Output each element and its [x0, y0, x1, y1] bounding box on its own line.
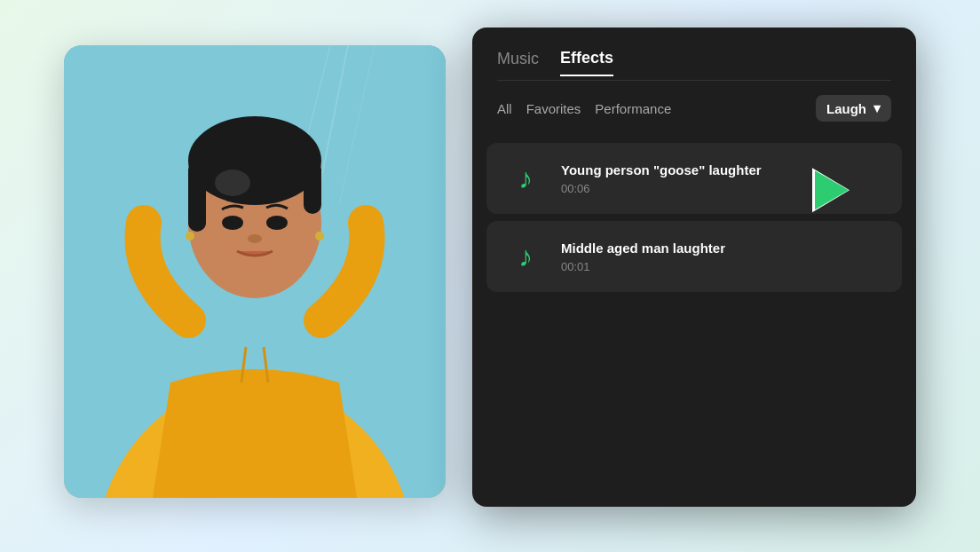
play-arrow-wrapper	[815, 170, 849, 209]
play-arrow-inner	[815, 170, 849, 209]
sound-item-2[interactable]: ♪ Middle aged man laughter 00:01	[486, 221, 902, 292]
tab-music[interactable]: Music	[497, 50, 539, 75]
svg-point-17	[215, 170, 250, 196]
sound-duration-2: 00:01	[561, 260, 884, 273]
filter-all[interactable]: All	[497, 98, 512, 120]
tab-bar: Music Effects	[472, 28, 916, 76]
svg-point-12	[248, 234, 262, 243]
person-illustration	[64, 45, 446, 498]
svg-point-10	[222, 216, 243, 230]
music-note-glyph-2: ♪	[518, 241, 533, 273]
effects-panel: Music Effects All Favorites Performance …	[472, 28, 916, 507]
photo-card	[64, 45, 446, 498]
sounds-list: ♪ Young person "goose" laughter 00:06	[472, 136, 916, 507]
filter-row: All Favorites Performance Laugh ▾	[472, 81, 916, 136]
svg-point-13	[186, 232, 194, 241]
play-arrow-1[interactable]	[815, 170, 849, 209]
svg-point-7	[188, 116, 321, 205]
svg-rect-8	[188, 161, 206, 232]
dropdown-label: Laugh	[826, 101, 866, 116]
svg-rect-9	[304, 161, 321, 214]
photo-placeholder	[64, 45, 446, 498]
chevron-down-icon: ▾	[873, 100, 881, 116]
music-note-icon-1: ♪	[504, 157, 547, 200]
svg-point-11	[266, 216, 288, 230]
tab-effects[interactable]: Effects	[560, 49, 613, 76]
svg-point-14	[315, 232, 324, 241]
filter-favorites[interactable]: Favorites	[526, 98, 581, 120]
sound-title-2: Middle aged man laughter	[561, 240, 884, 257]
filter-performance[interactable]: Performance	[595, 98, 671, 120]
music-note-glyph-1: ♪	[518, 162, 533, 195]
filter-dropdown-laugh[interactable]: Laugh ▾	[816, 95, 891, 122]
music-note-icon-2: ♪	[504, 235, 547, 278]
sound-info-2: Middle aged man laughter 00:01	[561, 240, 884, 274]
sound-item-1[interactable]: ♪ Young person "goose" laughter 00:06	[486, 143, 902, 214]
main-container: Music Effects All Favorites Performance …	[64, 28, 916, 524]
